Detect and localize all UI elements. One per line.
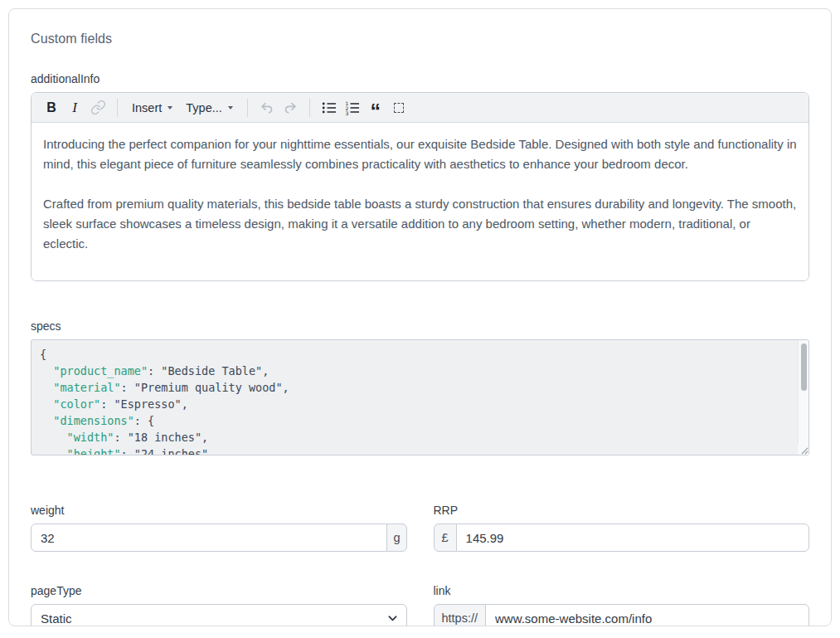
editor-paragraph: Introducing the perfect companion for yo… — [43, 134, 797, 174]
specs-label: specs — [31, 319, 809, 333]
type-dropdown[interactable]: Type... — [179, 96, 240, 119]
rich-text-editor: B I Insert Type... — [31, 92, 809, 281]
svg-text:3: 3 — [345, 110, 348, 116]
page-type-label: pageType — [31, 584, 407, 597]
insert-dropdown-label: Insert — [132, 101, 162, 114]
resize-handle-icon[interactable] — [798, 444, 808, 455]
insert-dropdown[interactable]: Insert — [125, 96, 179, 119]
link-field-group: link https:// — [434, 584, 810, 626]
type-dropdown-label: Type... — [186, 101, 222, 114]
toolbar-divider — [247, 99, 248, 117]
additional-info-label: additionalInfo — [31, 72, 809, 85]
page-type-select[interactable]: Static — [31, 604, 407, 626]
editor-paragraph: Crafted from premium quality materials, … — [43, 194, 797, 254]
link-input[interactable] — [485, 604, 809, 626]
rich-text-content[interactable]: Introducing the perfect companion for yo… — [32, 123, 808, 280]
currency-addon: £ — [434, 524, 457, 552]
numbered-list-button[interactable]: 1 2 3 — [341, 96, 364, 119]
numbered-list-icon: 1 2 3 — [344, 100, 361, 116]
weight-unit-addon: g — [386, 524, 406, 552]
undo-icon — [259, 100, 275, 116]
page-type-field-group: pageType Static — [31, 584, 407, 626]
rrp-input[interactable] — [456, 524, 809, 552]
rrp-field-group: RRP £ — [434, 504, 810, 552]
specs-scrollbar[interactable] — [798, 340, 808, 455]
weight-input[interactable] — [31, 524, 387, 552]
undo-button[interactable] — [255, 96, 279, 119]
specs-code-textarea[interactable]: { "product_name": "Bedside Table", "mate… — [31, 339, 809, 455]
italic-button[interactable]: I — [63, 96, 86, 119]
weight-label: weight — [31, 504, 407, 517]
protocol-addon: https:// — [434, 604, 487, 626]
bullet-list-icon — [321, 100, 337, 116]
custom-fields-card: Custom fields additionalInfo B I Insert … — [8, 8, 832, 626]
link-icon — [90, 100, 106, 115]
bold-button[interactable]: B — [40, 96, 63, 119]
rrp-label: RRP — [434, 504, 810, 517]
code-block-icon — [394, 103, 404, 113]
redo-icon — [282, 100, 299, 116]
code-block-button[interactable] — [387, 96, 410, 119]
chevron-down-icon — [168, 106, 172, 110]
toolbar-divider — [309, 99, 310, 117]
weight-field-group: weight g — [31, 504, 407, 552]
page-title: Custom fields — [31, 32, 809, 46]
editor-toolbar: B I Insert Type... — [32, 93, 808, 123]
bullet-list-button[interactable] — [318, 96, 341, 119]
chevron-down-icon — [228, 106, 233, 110]
specs-code: { "product_name": "Bedside Table", "mate… — [40, 346, 787, 455]
scrollbar-thumb[interactable] — [801, 343, 807, 391]
toolbar-divider — [117, 99, 118, 117]
link-button[interactable] — [86, 96, 109, 119]
link-label: link — [434, 584, 810, 597]
blockquote-button[interactable]: “ — [364, 96, 387, 119]
blockquote-icon: “ — [371, 101, 381, 122]
redo-button[interactable] — [279, 96, 302, 119]
